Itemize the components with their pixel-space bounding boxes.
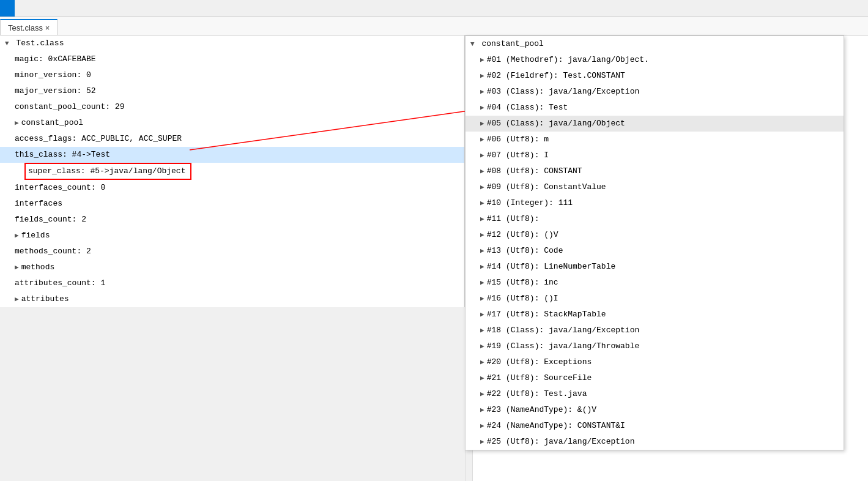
menubar [0,0,868,17]
popup-toggle-icon [480,279,484,286]
popup-tree-item[interactable]: #14 (Utf8): LineNumberTable [466,259,844,275]
tab-label: Test.class × [8,23,50,32]
popup-item-label: #18 (Class): java/lang/Exception [487,326,640,335]
tree-item-label: fields [21,231,50,240]
popup-toggle-icon [480,72,484,80]
popup-item-label: #20 (Utf8): Exceptions [487,357,592,367]
tree-item-label: interfaces_count: 0 [15,183,105,192]
popup-toggle-icon [480,390,484,398]
tabbar: Test.class × [0,17,868,35]
popup-tree-item[interactable]: #06 (Utf8): m [466,132,844,147]
popup-tree-item[interactable]: #18 (Class): java/lang/Exception [466,323,844,338]
popup-toggle-icon [480,327,484,334]
popup-toggle-icon [480,263,484,270]
tree-item-label: super_class: #5->java/lang/Object [28,166,185,176]
popup-item-label: #09 (Utf8): ConstantValue [487,182,606,192]
left-section: Test.class magic: 0xCAFEBABEminor_versio… [0,35,465,481]
tree-item[interactable]: this_class: #4->Test [0,147,464,163]
popup-item-label: #06 (Utf8): m [487,135,549,144]
popup-item-label: #24 (NameAndType): CONSTANT&I [487,421,625,430]
popup-tree-item[interactable]: #24 (NameAndType): CONSTANT&I [466,418,844,434]
popup-tree-item[interactable]: #02 (Fieldref): Test.CONSTANT [466,68,844,84]
popup-tree-item[interactable]: #08 (Utf8): CONSTANT [466,163,844,179]
tree-item-label: interfaces [15,199,62,208]
popup-tree-item[interactable]: #23 (NameAndType): &()V [466,402,844,418]
tree-item-label: this_class: #4->Test [15,150,110,159]
popup-item-label: #11 (Utf8): [487,214,540,223]
menu-help[interactable] [29,0,44,17]
popup-toggle-icon [480,422,484,430]
popup-tree-item[interactable]: #05 (Class): java/lang/Object [466,116,844,132]
tree-item[interactable]: attributes_count: 1 [0,275,464,291]
popup-tree-item[interactable]: #20 (Utf8): Exceptions [466,354,844,370]
popup-tree-item[interactable]: #22 (Utf8): Test.java [466,386,844,402]
popup-toggle-icon [480,311,484,318]
popup-tree-item[interactable]: #19 (Class): java/lang/Throwable [466,338,844,354]
popup-toggle-icon [480,231,484,239]
tree-item[interactable]: fields_count: 2 [0,212,464,228]
popup-item-label: #04 (Class): Test [487,103,568,112]
popup-toggle-icon [480,120,484,127]
menu-window[interactable] [15,0,29,17]
tree-toggle-icon [15,232,19,239]
popup-item-label: #19 (Class): java/lang/Throwable [487,341,640,351]
tree-item-label: constant_pool [21,118,83,127]
root-toggle-icon [5,40,9,47]
tree-item[interactable]: interfaces_count: 0 [0,180,464,196]
popup-toggle-icon [480,215,484,223]
popup-item-label: #02 (Fieldref): Test.CONSTANT [487,71,625,80]
main-area: Test.class magic: 0xCAFEBABEminor_versio… [0,35,868,481]
tree-item-label: fields_count: 2 [15,215,86,224]
tree-item[interactable]: major_version: 52 [0,83,464,99]
popup-toggle-icon [480,136,484,143]
popup-tree-item[interactable]: #11 (Utf8): [466,211,844,227]
tree-toggle-icon [15,296,19,303]
menu-file[interactable] [0,0,15,17]
popup-tree-item[interactable]: #21 (Utf8): SourceFile [466,370,844,386]
popup-root[interactable]: constant_pool [466,36,844,52]
popup-tree-item[interactable]: #09 (Utf8): ConstantValue [466,179,844,195]
popup-tree-item[interactable]: #03 (Class): java/lang/Exception [466,84,844,100]
popup-toggle-icon [480,247,484,255]
tree-item[interactable]: minor_version: 0 [0,67,464,83]
popup-tree-item[interactable]: #10 (Integer): 111 [466,195,844,211]
popup-tree-item[interactable]: #16 (Utf8): ()I [466,291,844,307]
popup-toggle-icon [480,199,484,207]
popup-item-label: #13 (Utf8): Code [487,246,563,255]
tree-item[interactable]: access_flags: ACC_PUBLIC, ACC_SUPER [0,131,464,147]
tab-test-class[interactable]: Test.class × [0,19,57,35]
tree-item[interactable]: constant_pool_count: 29 [0,99,464,115]
popup-item-label: #10 (Integer): 111 [487,198,573,207]
tree-item[interactable]: methods_count: 2 [0,244,464,259]
popup-tree-item[interactable]: #25 (Utf8): java/lang/Exception [466,434,844,450]
tree-item[interactable]: interfaces [0,196,464,212]
left-panel: Test.class magic: 0xCAFEBABEminor_versio… [0,35,465,307]
tree-item[interactable]: fields [0,228,464,244]
popup-item-label: #17 (Utf8): StackMapTable [487,310,606,319]
popup-toggle-icon [480,56,484,64]
popup-toggle-icon [480,343,484,350]
popup-tree-item[interactable]: #04 (Class): Test [466,100,844,116]
tree-item[interactable]: super_class: #5->java/lang/Object [24,163,191,180]
tree-item-label: attributes_count: 1 [15,278,105,288]
tree-item[interactable]: magic: 0xCAFEBABE [0,51,464,67]
popup-root-toggle-icon [470,40,475,48]
tree-item-label: attributes [21,294,69,304]
tree-item[interactable]: attributes [0,291,464,307]
popup-toggle-icon [480,152,484,159]
popup-tree-item[interactable]: #07 (Utf8): I [466,147,844,163]
popup-tree-item[interactable]: #17 (Utf8): StackMapTable [466,307,844,323]
tree-item[interactable]: constant_pool [0,115,464,131]
tree-root[interactable]: Test.class [0,35,464,51]
popup-tree-item[interactable]: #12 (Utf8): ()V [466,227,844,243]
popup-toggle-icon [480,359,484,366]
popup-toggle-icon [480,295,484,302]
popup-toggle-icon [480,406,484,414]
popup-tree-item[interactable]: #01 (Methodref): java/lang/Object. [466,52,844,68]
popup-tree-item[interactable]: #15 (Utf8): inc [466,275,844,291]
popup-item-label: #22 (Utf8): Test.java [487,389,587,398]
tree-item[interactable]: methods [0,259,464,275]
popup-toggle-icon [480,375,484,382]
tree-item-label: major_version: 52 [15,86,96,95]
popup-tree-item[interactable]: #13 (Utf8): Code [466,243,844,259]
